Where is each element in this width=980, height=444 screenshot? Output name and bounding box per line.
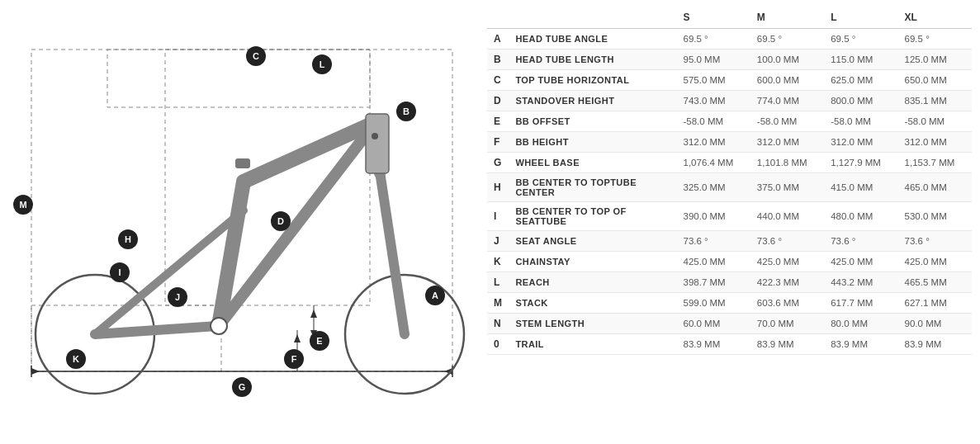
th-label xyxy=(509,7,676,29)
row-label: BB CENTER TO TOP OF SEATTUBE xyxy=(509,202,676,231)
row-val-l: -58.0 MM xyxy=(824,111,897,132)
row-label: STEM LENGTH xyxy=(509,314,676,334)
row-val-xl: 90.0 MM xyxy=(898,314,972,334)
table-row: 0 TRAIL 83.9 MM 83.9 MM 83.9 MM 83.9 MM xyxy=(487,334,972,355)
table-row: D STANDOVER HEIGHT 743.0 MM 774.0 MM 800… xyxy=(487,91,972,111)
row-val-m: 83.9 MM xyxy=(750,334,824,355)
table-row: N STEM LENGTH 60.0 MM 70.0 MM 80.0 MM 90… xyxy=(487,314,972,334)
table-row: I BB CENTER TO TOP OF SEATTUBE 390.0 MM … xyxy=(487,202,972,231)
row-key: A xyxy=(487,29,509,50)
row-val-xl: 650.0 MM xyxy=(898,70,972,91)
table-row: C TOP TUBE HORIZONTAL 575.0 MM 600.0 MM … xyxy=(487,70,972,91)
svg-marker-7 xyxy=(31,368,40,375)
svg-rect-3 xyxy=(31,305,221,371)
svg-rect-27 xyxy=(235,158,250,168)
row-val-m: 603.6 MM xyxy=(750,293,824,314)
svg-rect-24 xyxy=(366,114,389,173)
row-val-l: 443.2 MM xyxy=(824,272,897,293)
row-val-m: 440.0 MM xyxy=(750,202,824,231)
table-row: E BB OFFSET -58.0 MM -58.0 MM -58.0 MM -… xyxy=(487,111,972,132)
table-row: G WHEEL BASE 1,076.4 MM 1,101.8 MM 1,127… xyxy=(487,153,972,173)
table-row: A HEAD TUBE ANGLE 69.5 ° 69.5 ° 69.5 ° 6… xyxy=(487,29,972,50)
svg-text:I: I xyxy=(118,267,121,277)
row-val-xl: -58.0 MM xyxy=(898,111,972,132)
svg-line-20 xyxy=(95,326,219,334)
row-val-l: 312.0 MM xyxy=(824,132,897,153)
row-val-m: 422.3 MM xyxy=(750,272,824,293)
svg-text:F: F xyxy=(291,354,297,364)
row-label: REACH xyxy=(509,272,676,293)
row-val-m: -58.0 MM xyxy=(750,111,824,132)
row-key: C xyxy=(487,70,509,91)
row-val-s: 69.5 ° xyxy=(677,29,750,50)
table-row: F BB HEIGHT 312.0 MM 312.0 MM 312.0 MM 3… xyxy=(487,132,972,153)
row-val-l: 800.0 MM xyxy=(824,91,897,111)
row-val-l: 617.7 MM xyxy=(824,293,897,314)
row-key: M xyxy=(487,293,509,314)
table-row: H BB CENTER TO TOPTUBE CENTER 325.0 MM 3… xyxy=(487,173,972,202)
svg-marker-10 xyxy=(310,309,317,318)
svg-text:M: M xyxy=(19,200,26,210)
row-key: L xyxy=(487,272,509,293)
row-val-m: 312.0 MM xyxy=(750,132,824,153)
th-key xyxy=(487,7,509,29)
th-size-m: M xyxy=(750,7,824,29)
row-label: STACK xyxy=(509,293,676,314)
svg-text:J: J xyxy=(175,292,180,302)
row-val-s: 575.0 MM xyxy=(677,70,750,91)
row-key: G xyxy=(487,153,509,173)
row-val-s: 60.0 MM xyxy=(677,314,750,334)
row-key: K xyxy=(487,252,509,272)
geometry-table: S M L XL A HEAD TUBE ANGLE 69.5 ° 69.5 °… xyxy=(487,7,972,355)
svg-text:E: E xyxy=(316,336,322,346)
row-val-xl: 465.5 MM xyxy=(898,272,972,293)
svg-text:H: H xyxy=(125,234,131,244)
row-val-m: 425.0 MM xyxy=(750,252,824,272)
row-val-s: 398.7 MM xyxy=(677,272,750,293)
row-val-m: 70.0 MM xyxy=(750,314,824,334)
row-val-xl: 465.0 MM xyxy=(898,173,972,202)
svg-text:K: K xyxy=(73,354,79,364)
row-val-m: 375.0 MM xyxy=(750,173,824,202)
row-label: TOP TUBE HORIZONTAL xyxy=(509,70,676,91)
row-val-s: 425.0 MM xyxy=(677,252,750,272)
row-val-l: 415.0 MM xyxy=(824,173,897,202)
row-val-xl: 425.0 MM xyxy=(898,252,972,272)
svg-text:D: D xyxy=(277,216,284,226)
th-size-s: S xyxy=(677,7,750,29)
row-key: H xyxy=(487,173,509,202)
row-val-s: -58.0 MM xyxy=(677,111,750,132)
row-key: B xyxy=(487,50,509,70)
table-row: L REACH 398.7 MM 422.3 MM 443.2 MM 465.5… xyxy=(487,272,972,293)
svg-point-25 xyxy=(372,133,378,139)
row-val-xl: 312.0 MM xyxy=(898,132,972,153)
row-val-xl: 530.0 MM xyxy=(898,202,972,231)
svg-text:L: L xyxy=(320,59,325,69)
th-size-l: L xyxy=(824,7,897,29)
row-val-m: 73.6 ° xyxy=(750,231,824,252)
row-val-l: 80.0 MM xyxy=(824,314,897,334)
row-val-m: 100.0 MM xyxy=(750,50,824,70)
row-val-m: 69.5 ° xyxy=(750,29,824,50)
row-val-xl: 1,153.7 MM xyxy=(898,153,972,173)
row-val-l: 69.5 ° xyxy=(824,29,897,50)
table-row: M STACK 599.0 MM 603.6 MM 617.7 MM 627.1… xyxy=(487,293,972,314)
row-val-s: 1,076.4 MM xyxy=(677,153,750,173)
row-label: SEAT ANGLE xyxy=(509,231,676,252)
row-val-l: 1,127.9 MM xyxy=(824,153,897,173)
row-label: CHAINSTAY xyxy=(509,252,676,272)
row-val-l: 115.0 MM xyxy=(824,50,897,70)
svg-point-26 xyxy=(211,318,227,334)
svg-marker-13 xyxy=(294,334,301,342)
row-key: E xyxy=(487,111,509,132)
row-val-l: 83.9 MM xyxy=(824,334,897,355)
row-val-s: 325.0 MM xyxy=(677,173,750,202)
table-row: K CHAINSTAY 425.0 MM 425.0 MM 425.0 MM 4… xyxy=(487,252,972,272)
table-row: B HEAD TUBE LENGTH 95.0 MM 100.0 MM 115.… xyxy=(487,50,972,70)
row-val-l: 480.0 MM xyxy=(824,202,897,231)
row-label: WHEEL BASE xyxy=(509,153,676,173)
row-val-xl: 627.1 MM xyxy=(898,293,972,314)
th-size-xl: XL xyxy=(898,7,972,29)
row-label: HEAD TUBE ANGLE xyxy=(509,29,676,50)
row-val-s: 73.6 ° xyxy=(677,231,750,252)
